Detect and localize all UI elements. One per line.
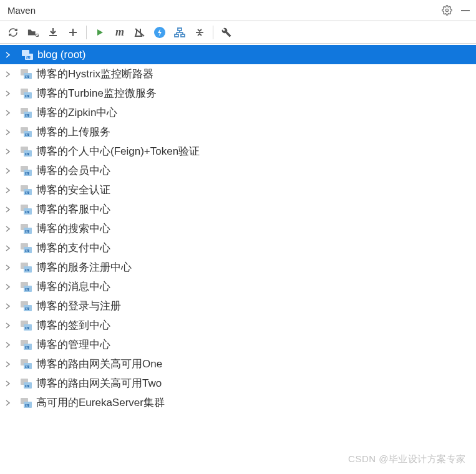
svg-rect-9 bbox=[181, 34, 185, 37]
toolbar-separator bbox=[86, 26, 87, 39]
chevron-right-icon[interactable] bbox=[2, 243, 14, 254]
maven-module-icon: m bbox=[20, 301, 32, 312]
svg-rect-3 bbox=[49, 35, 57, 36]
show-dependencies-button[interactable] bbox=[170, 24, 189, 41]
tree-item[interactable]: m博客的Turbine监控微服务 bbox=[0, 84, 476, 103]
chevron-right-icon[interactable] bbox=[2, 397, 14, 409]
chevron-right-icon[interactable] bbox=[2, 359, 14, 370]
tree-item[interactable]: m博客的路由网关高可用One bbox=[0, 354, 476, 374]
add-button[interactable] bbox=[64, 24, 82, 41]
refresh-button[interactable] bbox=[4, 24, 22, 41]
tree-item-label: 博客的服务注册中心 bbox=[36, 260, 132, 274]
tree-item[interactable]: m博客的Zipkin中心 bbox=[0, 103, 476, 122]
svg-rect-5 bbox=[69, 32, 77, 33]
chevron-right-icon[interactable] bbox=[2, 204, 14, 215]
chevron-right-icon[interactable] bbox=[2, 378, 14, 389]
tree-item[interactable]: m博客的Hystrix监控断路器 bbox=[0, 64, 476, 84]
chevron-right-icon[interactable] bbox=[2, 165, 14, 177]
tree-item-label: 博客的上传服务 bbox=[36, 125, 110, 139]
svg-text:m: m bbox=[25, 382, 29, 389]
svg-rect-8 bbox=[175, 34, 178, 37]
tree-item[interactable]: mblog (root) bbox=[0, 45, 476, 64]
tree-item-label: 博客的签到中心 bbox=[36, 318, 110, 332]
tree-item-label: 博客的路由网关高可用One bbox=[36, 357, 162, 371]
svg-text:m: m bbox=[25, 344, 29, 350]
tree-item[interactable]: m博客的消息中心 bbox=[0, 277, 476, 296]
settings-button[interactable] bbox=[217, 24, 236, 41]
tree-item[interactable]: m博客的客服中心 bbox=[0, 200, 476, 219]
tree-item-label: 博客的支付中心 bbox=[36, 241, 110, 255]
chevron-right-icon[interactable] bbox=[2, 127, 14, 138]
svg-text:m: m bbox=[25, 112, 29, 118]
tree-item-label: 博客的个人中心(Feign)+Token验证 bbox=[36, 144, 200, 158]
panel-title: Maven bbox=[5, 5, 36, 16]
chevron-right-icon[interactable] bbox=[2, 339, 14, 351]
tree-item[interactable]: m博客的管理中心 bbox=[0, 335, 476, 354]
generate-sources-button[interactable]: G bbox=[24, 24, 42, 41]
maven-module-icon: m bbox=[20, 185, 32, 196]
maven-module-icon: m bbox=[20, 146, 32, 157]
maven-module-icon: m bbox=[20, 339, 32, 351]
tree-item-label: 博客的Turbine监控微服务 bbox=[36, 86, 157, 100]
svg-text:m: m bbox=[25, 92, 29, 99]
gear-icon[interactable] bbox=[441, 5, 452, 16]
tree-item[interactable]: m博客的安全认证 bbox=[0, 180, 476, 200]
chevron-right-icon[interactable] bbox=[2, 185, 14, 196]
svg-text:m: m bbox=[25, 131, 29, 137]
chevron-right-icon[interactable] bbox=[2, 281, 14, 293]
svg-text:G: G bbox=[36, 32, 39, 37]
tree-item[interactable]: m博客的个人中心(Feign)+Token验证 bbox=[0, 142, 476, 161]
tree-item[interactable]: m博客的上传服务 bbox=[0, 122, 476, 142]
collapse-all-button[interactable] bbox=[190, 24, 209, 41]
maven-module-icon: m bbox=[20, 397, 32, 409]
tree-item-label: 博客的会员中心 bbox=[36, 163, 110, 178]
run-button[interactable] bbox=[90, 24, 109, 41]
m-icon: m bbox=[115, 26, 124, 39]
svg-text:m: m bbox=[26, 54, 31, 60]
tree-item-label: 高可用的EurekaServer集群 bbox=[36, 395, 165, 410]
watermark: CSDN @毕业设计方案专家 bbox=[348, 453, 466, 465]
tree-item[interactable]: m博客的支付中心 bbox=[0, 238, 476, 258]
offline-button[interactable] bbox=[150, 24, 169, 41]
tree-item-label: 博客的路由网关高可用Two bbox=[36, 376, 162, 390]
svg-rect-1 bbox=[461, 10, 470, 11]
minimize-icon[interactable] bbox=[460, 5, 471, 16]
execute-goal-button[interactable]: m bbox=[110, 24, 129, 41]
chevron-right-icon[interactable] bbox=[2, 49, 14, 60]
svg-text:m: m bbox=[25, 208, 29, 215]
toolbar-separator bbox=[213, 26, 213, 39]
tree-item[interactable]: m博客的签到中心 bbox=[0, 316, 476, 335]
svg-text:m: m bbox=[25, 286, 29, 292]
skip-tests-button[interactable] bbox=[130, 24, 149, 41]
tree-item[interactable]: m博客的服务注册中心 bbox=[0, 258, 476, 277]
chevron-right-icon[interactable] bbox=[2, 301, 14, 312]
tree-item[interactable]: m博客的登录与注册 bbox=[0, 296, 476, 316]
toolbar: G m bbox=[0, 21, 476, 44]
svg-point-0 bbox=[445, 9, 448, 11]
svg-text:m: m bbox=[25, 247, 29, 253]
chevron-right-icon[interactable] bbox=[2, 69, 14, 80]
chevron-right-icon[interactable] bbox=[2, 262, 14, 273]
tree-item[interactable]: m博客的路由网关高可用Two bbox=[0, 374, 476, 393]
header-actions bbox=[441, 5, 471, 16]
tree-item-label: 博客的安全认证 bbox=[36, 183, 110, 197]
svg-rect-7 bbox=[178, 28, 182, 31]
tree-item[interactable]: m博客的会员中心 bbox=[0, 161, 476, 180]
chevron-right-icon[interactable] bbox=[2, 88, 14, 99]
tree-item[interactable]: m高可用的EurekaServer集群 bbox=[0, 393, 476, 412]
tree-item-label: 博客的客服中心 bbox=[36, 202, 110, 216]
maven-module-icon: m bbox=[20, 223, 32, 235]
svg-text:m: m bbox=[25, 170, 29, 176]
svg-text:m: m bbox=[25, 305, 29, 311]
download-button[interactable] bbox=[44, 24, 62, 41]
svg-text:m: m bbox=[25, 324, 29, 331]
chevron-right-icon[interactable] bbox=[2, 320, 14, 331]
maven-module-icon: m bbox=[21, 49, 34, 60]
tree-item[interactable]: m博客的搜索中心 bbox=[0, 219, 476, 238]
chevron-right-icon[interactable] bbox=[2, 107, 14, 119]
svg-text:m: m bbox=[25, 150, 29, 157]
maven-module-icon: m bbox=[20, 243, 32, 254]
chevron-right-icon[interactable] bbox=[2, 223, 14, 235]
maven-module-icon: m bbox=[20, 107, 32, 119]
chevron-right-icon[interactable] bbox=[2, 146, 14, 157]
